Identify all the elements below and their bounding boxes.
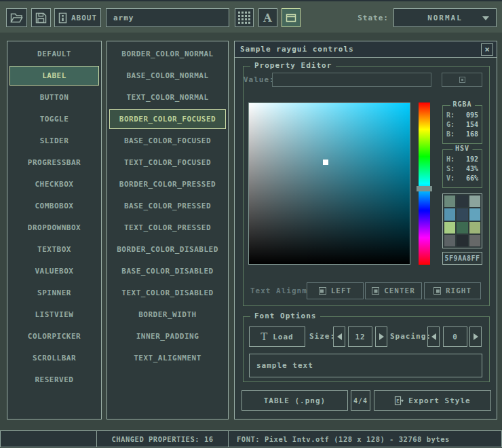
info-icon bbox=[58, 12, 67, 24]
style-name-input[interactable] bbox=[106, 8, 229, 27]
color-swatch[interactable] bbox=[457, 235, 467, 246]
spacing-label: Spacing: bbox=[390, 326, 431, 347]
list-item[interactable]: BASE_COLOR_DISABLED bbox=[109, 261, 226, 281]
grid-view-button[interactable] bbox=[235, 8, 254, 27]
b-value: 168 bbox=[466, 130, 478, 139]
size-decrement-button[interactable] bbox=[333, 326, 345, 347]
s-label: S: bbox=[446, 164, 455, 174]
list-item[interactable]: BUTTON bbox=[9, 88, 99, 107]
list-item[interactable]: TEXTBOX bbox=[9, 240, 99, 259]
list-item[interactable]: TEXT_ALIGNMENT bbox=[109, 348, 226, 368]
rgba-group: RGBA R: 095 G: 154 B: 168 bbox=[442, 105, 482, 144]
color-swatch[interactable] bbox=[457, 195, 467, 207]
table-export-button[interactable]: TABLE (.png) bbox=[242, 390, 348, 411]
hue-slider-handle[interactable] bbox=[417, 186, 432, 191]
list-item[interactable]: BASE_COLOR_FOCUSED bbox=[109, 131, 226, 151]
text-alignment-label: Text Alignme bbox=[250, 282, 307, 299]
list-item[interactable]: DEFAULT bbox=[9, 44, 99, 64]
color-swatch[interactable] bbox=[469, 195, 480, 207]
list-item[interactable]: RESERVED bbox=[9, 370, 99, 390]
spacing-increment-button[interactable] bbox=[469, 326, 482, 347]
color-swatch[interactable] bbox=[444, 222, 455, 234]
spacing-value-box[interactable]: 0 bbox=[443, 326, 467, 347]
align-center-button[interactable]: CENTER bbox=[365, 282, 422, 299]
list-item[interactable]: COMBOBOX bbox=[9, 196, 99, 216]
g-value: 154 bbox=[466, 120, 478, 130]
color-swatch[interactable] bbox=[469, 208, 480, 220]
list-item[interactable]: COLORPICKER bbox=[9, 326, 99, 346]
load-font-button[interactable]: T Load bbox=[249, 326, 305, 347]
rgba-row-r: R: 095 bbox=[443, 111, 482, 120]
list-item[interactable]: VALUEBOX bbox=[9, 261, 99, 281]
font-view-button[interactable]: A bbox=[258, 8, 277, 27]
list-item[interactable]: TEXT_COLOR_NORMAL bbox=[109, 88, 226, 107]
hsv-row-v: V: 66% bbox=[443, 174, 482, 183]
list-item[interactable]: TEXT_COLOR_PRESSED bbox=[109, 218, 226, 238]
rguistyler-app: ABOUT A State: NORMAL bbox=[0, 0, 502, 448]
list-item[interactable]: BORDER_COLOR_DISABLED bbox=[109, 240, 226, 259]
list-item[interactable]: SCROLLBAR bbox=[9, 348, 99, 368]
align-left-button[interactable]: LEFT bbox=[307, 282, 364, 299]
color-picker-cursor[interactable] bbox=[323, 160, 328, 165]
open-file-button[interactable] bbox=[6, 8, 27, 27]
page-counter[interactable]: 4/4 bbox=[351, 390, 370, 411]
color-swatch[interactable] bbox=[444, 235, 455, 246]
list-item[interactable]: BASE_COLOR_PRESSED bbox=[109, 196, 226, 216]
list-item[interactable]: LISTVIEW bbox=[9, 305, 99, 324]
list-item[interactable]: TEXT_COLOR_DISABLED bbox=[109, 283, 226, 303]
color-swatch[interactable] bbox=[469, 222, 480, 234]
value-input[interactable] bbox=[272, 73, 431, 87]
list-item[interactable]: TEXT_COLOR_FOCUSED bbox=[109, 153, 226, 172]
color-swatch[interactable] bbox=[444, 208, 455, 220]
list-item[interactable]: PROGRESSBAR bbox=[9, 153, 99, 172]
sample-text-input[interactable] bbox=[249, 354, 482, 377]
r-label: R: bbox=[446, 111, 455, 120]
arrow-left-icon bbox=[337, 333, 342, 340]
list-item[interactable]: BASE_COLOR_NORMAL bbox=[109, 66, 226, 86]
about-button[interactable]: ABOUT bbox=[54, 8, 101, 27]
list-item[interactable]: BORDER_WIDTH bbox=[109, 305, 226, 324]
list-item[interactable]: DROPDOWNBOX bbox=[9, 218, 99, 238]
load-label: Load bbox=[273, 333, 294, 341]
list-item[interactable]: CHECKBOX bbox=[9, 174, 99, 194]
g-label: G: bbox=[446, 120, 455, 130]
spacing-decrement-button[interactable] bbox=[427, 326, 440, 347]
list-item[interactable]: SLIDER bbox=[9, 131, 99, 151]
color-swatch[interactable] bbox=[457, 222, 467, 234]
hex-color-input[interactable]: 5F9AA8FF bbox=[442, 252, 482, 265]
size-value: 12 bbox=[355, 333, 365, 341]
color-swatch[interactable] bbox=[457, 208, 467, 220]
list-item[interactable]: SPINNER bbox=[9, 283, 99, 303]
value-button[interactable] bbox=[442, 73, 482, 87]
export-style-button[interactable]: E Export Style bbox=[374, 390, 491, 411]
value-label: Value: bbox=[244, 73, 275, 87]
color-saturation-panel[interactable] bbox=[248, 102, 410, 265]
size-value-box[interactable]: 12 bbox=[348, 326, 372, 347]
rgba-row-b: B: 168 bbox=[443, 130, 482, 139]
rgba-row-g: G: 154 bbox=[443, 120, 482, 130]
save-file-button[interactable] bbox=[31, 8, 51, 27]
hsv-title: HSV bbox=[452, 145, 472, 152]
list-item[interactable]: LABEL bbox=[9, 66, 99, 86]
color-swatch-grid bbox=[442, 193, 482, 248]
color-swatch[interactable] bbox=[444, 195, 455, 207]
table-label: TABLE (.png) bbox=[264, 396, 326, 405]
controls-view-button[interactable] bbox=[282, 8, 301, 27]
hsv-row-s: S: 43% bbox=[443, 164, 482, 174]
window-titlebar[interactable]: Sample raygui controls bbox=[235, 41, 497, 58]
size-increment-button[interactable] bbox=[375, 326, 387, 347]
align-right-button[interactable]: RIGHT bbox=[424, 282, 481, 299]
color-swatch[interactable] bbox=[469, 235, 480, 246]
list-item[interactable]: INNER_PADDING bbox=[109, 326, 226, 346]
list-item[interactable]: TOGGLE bbox=[9, 109, 99, 129]
close-button[interactable]: × bbox=[481, 43, 493, 56]
list-item[interactable]: BORDER_COLOR_PRESSED bbox=[109, 174, 226, 194]
align-center-label: CENTER bbox=[384, 286, 415, 295]
list-item[interactable]: BORDER_COLOR_NORMAL bbox=[109, 44, 226, 64]
state-dropdown[interactable]: NORMAL bbox=[393, 8, 497, 27]
h-value: 192 bbox=[466, 155, 478, 164]
list-item[interactable]: BORDER_COLOR_FOCUSED bbox=[109, 109, 226, 129]
b-label: B: bbox=[446, 130, 455, 139]
size-label: Size: bbox=[309, 326, 335, 347]
hue-slider[interactable] bbox=[419, 102, 430, 265]
